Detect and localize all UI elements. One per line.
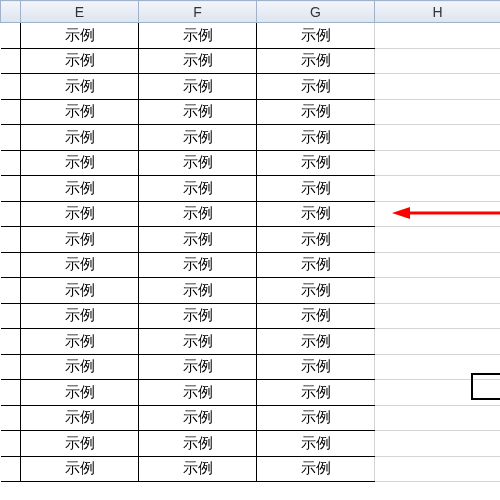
row-stub-cell[interactable]	[1, 150, 21, 176]
cell[interactable]: 示例	[139, 176, 257, 202]
row-stub-cell[interactable]	[1, 431, 21, 457]
cell[interactable]: 示例	[21, 125, 139, 151]
cell[interactable]: 示例	[257, 201, 375, 227]
row-stub-cell[interactable]	[1, 74, 21, 100]
cell[interactable]: 示例	[257, 354, 375, 380]
cell[interactable]: 示例	[257, 278, 375, 304]
cell[interactable]: 示例	[257, 227, 375, 253]
cell[interactable]: 示例	[139, 125, 257, 151]
cell[interactable]: 示例	[139, 150, 257, 176]
cell[interactable]	[375, 303, 501, 329]
cell[interactable]	[375, 380, 501, 406]
cell[interactable]: 示例	[21, 405, 139, 431]
cell[interactable]: 示例	[21, 456, 139, 482]
cell[interactable]: 示例	[21, 354, 139, 380]
cell[interactable]: 示例	[257, 329, 375, 355]
cell[interactable]: 示例	[139, 23, 257, 49]
column-header-E[interactable]: E	[21, 1, 139, 23]
cell[interactable]: 示例	[257, 125, 375, 151]
cell[interactable]: 示例	[257, 380, 375, 406]
row-stub-cell[interactable]	[1, 405, 21, 431]
cell[interactable]	[375, 48, 501, 74]
cell[interactable]: 示例	[257, 99, 375, 125]
column-header-G[interactable]: G	[257, 1, 375, 23]
row-stub-cell[interactable]	[1, 456, 21, 482]
cell[interactable]: 示例	[139, 456, 257, 482]
row-stub-cell[interactable]	[1, 125, 21, 151]
cell[interactable]: 示例	[257, 48, 375, 74]
cell[interactable]: 示例	[257, 405, 375, 431]
cell[interactable]: 示例	[21, 329, 139, 355]
row-stub-cell[interactable]	[1, 99, 21, 125]
cell[interactable]: 示例	[257, 252, 375, 278]
cell[interactable]: 示例	[139, 431, 257, 457]
cell[interactable]: 示例	[257, 431, 375, 457]
cell[interactable]: 示例	[139, 48, 257, 74]
cell[interactable]: 示例	[139, 354, 257, 380]
cell[interactable]: 示例	[257, 150, 375, 176]
cell[interactable]: 示例	[257, 176, 375, 202]
row-stub-cell[interactable]	[1, 278, 21, 304]
row-stub-cell[interactable]	[1, 354, 21, 380]
table-row: 示例示例示例	[1, 252, 501, 278]
column-header-H[interactable]: H	[375, 1, 501, 23]
cell[interactable]: 示例	[139, 74, 257, 100]
row-stub-cell[interactable]	[1, 227, 21, 253]
row-stub-cell[interactable]	[1, 23, 21, 49]
row-stub-cell[interactable]	[1, 380, 21, 406]
cell[interactable]: 示例	[21, 48, 139, 74]
cell[interactable]	[375, 456, 501, 482]
row-stub-cell[interactable]	[1, 329, 21, 355]
cell[interactable]: 示例	[139, 201, 257, 227]
cell[interactable]: 示例	[21, 380, 139, 406]
cell[interactable]: 示例	[21, 99, 139, 125]
cell[interactable]: 示例	[139, 405, 257, 431]
row-stub-cell[interactable]	[1, 176, 21, 202]
column-header-stub[interactable]	[1, 1, 21, 23]
cell[interactable]: 示例	[257, 23, 375, 49]
cell[interactable]: 示例	[139, 227, 257, 253]
cell[interactable]	[375, 278, 501, 304]
cell[interactable]: 示例	[21, 201, 139, 227]
cell[interactable]	[375, 329, 501, 355]
row-stub-cell[interactable]	[1, 201, 21, 227]
cell[interactable]: 示例	[257, 456, 375, 482]
cell[interactable]	[375, 354, 501, 380]
cell[interactable]: 示例	[139, 303, 257, 329]
cell[interactable]	[375, 150, 501, 176]
cell[interactable]: 示例	[257, 74, 375, 100]
cell[interactable]	[375, 201, 501, 227]
cell[interactable]	[375, 99, 501, 125]
cell[interactable]	[375, 431, 501, 457]
cell[interactable]: 示例	[21, 74, 139, 100]
cell[interactable]: 示例	[139, 278, 257, 304]
cell[interactable]: 示例	[257, 303, 375, 329]
row-stub-cell[interactable]	[1, 48, 21, 74]
cell[interactable]: 示例	[139, 252, 257, 278]
cell[interactable]: 示例	[139, 380, 257, 406]
cell[interactable]	[375, 125, 501, 151]
cell[interactable]: 示例	[139, 99, 257, 125]
spreadsheet-viewport[interactable]: E F G H 示例示例示例示例示例示例示例示例示例示例示例示例示例示例示例示例…	[0, 0, 500, 500]
row-stub-cell[interactable]	[1, 252, 21, 278]
column-header-F[interactable]: F	[139, 1, 257, 23]
row-stub-cell[interactable]	[1, 303, 21, 329]
cell[interactable]	[375, 74, 501, 100]
cell[interactable]	[375, 252, 501, 278]
cell[interactable]: 示例	[21, 278, 139, 304]
cell[interactable]: 示例	[21, 252, 139, 278]
cell[interactable]	[375, 227, 501, 253]
cell[interactable]: 示例	[139, 329, 257, 355]
cell[interactable]: 示例	[21, 227, 139, 253]
cell[interactable]	[375, 23, 501, 49]
cell[interactable]	[375, 405, 501, 431]
grid-table[interactable]: E F G H 示例示例示例示例示例示例示例示例示例示例示例示例示例示例示例示例…	[0, 0, 500, 482]
table-row: 示例示例示例	[1, 48, 501, 74]
cell[interactable]	[375, 176, 501, 202]
cell[interactable]: 示例	[21, 150, 139, 176]
cell[interactable]: 示例	[21, 176, 139, 202]
cell[interactable]: 示例	[21, 23, 139, 49]
cell[interactable]: 示例	[21, 303, 139, 329]
table-row: 示例示例示例	[1, 405, 501, 431]
cell[interactable]: 示例	[21, 431, 139, 457]
